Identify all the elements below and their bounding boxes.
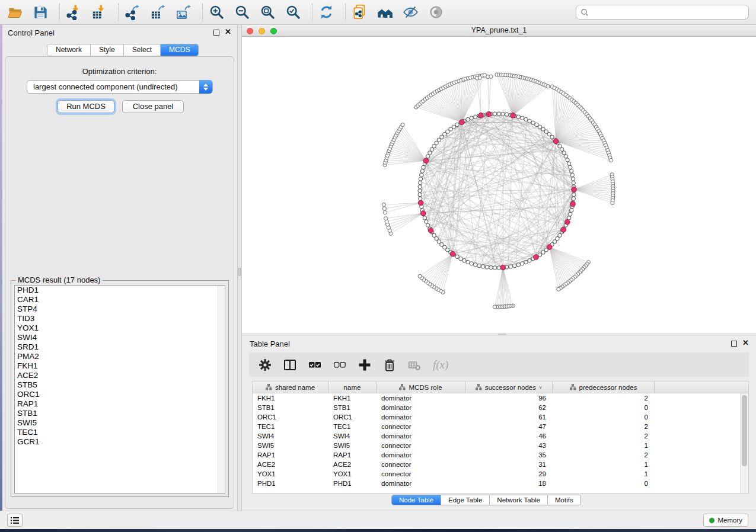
tab-style[interactable]: Style bbox=[91, 44, 124, 56]
save-session-icon[interactable] bbox=[33, 4, 49, 20]
network-canvas[interactable] bbox=[242, 37, 756, 333]
mcds-result-item[interactable]: ORC1 bbox=[15, 390, 225, 399]
select-all-icon[interactable] bbox=[308, 358, 321, 371]
mcds-result-item[interactable]: SRD1 bbox=[15, 342, 225, 352]
column-header-name[interactable]: name bbox=[328, 382, 377, 393]
table-cell: 0 bbox=[553, 412, 655, 422]
run-mcds-button[interactable]: Run MCDS bbox=[58, 100, 114, 113]
table-cell: dominator bbox=[377, 412, 465, 422]
close-panel-icon[interactable]: ✕ bbox=[225, 27, 231, 36]
mcds-result-item[interactable]: RAP1 bbox=[15, 399, 225, 409]
mcds-result-item[interactable]: SWI4 bbox=[15, 333, 225, 342]
tab-motifs[interactable]: Motifs bbox=[548, 495, 580, 505]
close-panel-button[interactable]: Close panel bbox=[122, 100, 184, 113]
column-header-shared-name[interactable]: shared name bbox=[253, 382, 328, 393]
mcds-result-item[interactable]: PMA2 bbox=[15, 352, 225, 361]
zoom-fit-icon[interactable] bbox=[260, 4, 276, 20]
search-input[interactable] bbox=[589, 7, 748, 18]
table-row[interactable]: ACE2ACE2connector311 bbox=[253, 460, 748, 469]
mcds-result-item[interactable]: STB5 bbox=[15, 380, 225, 390]
float-panel-icon[interactable] bbox=[213, 30, 219, 36]
deselect-all-icon[interactable] bbox=[333, 358, 346, 371]
memory-status-icon bbox=[709, 518, 714, 523]
table-cell: 29 bbox=[465, 469, 553, 479]
table-row[interactable]: YOX1YOX1connector291 bbox=[253, 469, 748, 479]
vertical-splitter[interactable] bbox=[237, 25, 242, 511]
mcds-result-item[interactable]: STP4 bbox=[15, 305, 225, 314]
automation-panel-button[interactable] bbox=[7, 514, 23, 527]
memory-button[interactable]: Memory bbox=[703, 514, 748, 527]
table-settings-icon[interactable] bbox=[259, 358, 272, 371]
show-columns-icon[interactable] bbox=[283, 358, 296, 371]
export-image-icon[interactable] bbox=[176, 4, 192, 20]
zoom-selected-icon[interactable] bbox=[285, 4, 301, 20]
tab-network-table[interactable]: Network Table bbox=[490, 495, 548, 505]
import-table-icon[interactable] bbox=[91, 4, 107, 20]
table-row[interactable]: TEC1TEC1connector472 bbox=[253, 422, 748, 431]
float-panel-icon[interactable] bbox=[731, 341, 737, 347]
tab-node-table[interactable]: Node Table bbox=[392, 495, 441, 505]
table-row[interactable]: SWI4SWI4dominator462 bbox=[253, 431, 748, 441]
mcds-result-item[interactable]: ACE2 bbox=[15, 371, 225, 380]
import-network-icon[interactable] bbox=[66, 4, 82, 20]
mcds-result-list[interactable]: PHD1CAR1STP4TID3YOX1SWI4SRD1PMA2FKH1ACE2… bbox=[14, 285, 225, 493]
mcds-result-item[interactable]: TID3 bbox=[15, 314, 225, 323]
table-scrollbar[interactable] bbox=[740, 393, 748, 493]
window-minimize-icon[interactable] bbox=[259, 28, 265, 34]
export-network-icon[interactable] bbox=[125, 4, 141, 20]
home-icon[interactable] bbox=[377, 4, 393, 20]
table-row[interactable]: SWI5SWI5connector431 bbox=[253, 441, 748, 450]
result-list-scrollbar[interactable] bbox=[218, 286, 225, 493]
column-header-MCDS-role[interactable]: MCDS role bbox=[377, 382, 465, 393]
delete-table-icon[interactable] bbox=[408, 358, 421, 371]
mcds-result-item[interactable]: SWI5 bbox=[15, 418, 225, 428]
add-row-icon[interactable] bbox=[358, 358, 371, 371]
tab-mcds[interactable]: MCDS bbox=[161, 44, 198, 56]
table-row[interactable]: ORC1ORC1dominator610 bbox=[253, 412, 748, 422]
delete-row-icon[interactable] bbox=[383, 358, 396, 371]
network-window-titlebar[interactable]: YPA_prune.txt_1 bbox=[242, 25, 756, 37]
table-row[interactable]: PHD1PHD1dominator180 bbox=[253, 479, 748, 488]
table-cell: 47 bbox=[465, 422, 553, 431]
optimization-criterion-select[interactable]: largest connected component (undirected) bbox=[27, 80, 213, 94]
clone-network-icon[interactable] bbox=[352, 4, 368, 20]
splitter-grip[interactable] bbox=[238, 268, 241, 276]
network-window-title: YPA_prune.txt_1 bbox=[242, 25, 756, 36]
hide-graphics-details-icon[interactable] bbox=[403, 4, 419, 20]
table-cell: SWI4 bbox=[253, 431, 328, 441]
column-header-predecessor-nodes[interactable]: predecessor nodes bbox=[553, 382, 655, 393]
window-maximize-icon[interactable] bbox=[270, 28, 277, 34]
column-header-successor-nodes[interactable]: successor nodes˅ bbox=[465, 382, 553, 393]
tab-network[interactable]: Network bbox=[47, 44, 91, 56]
table-body: FKH1FKH1dominator962STB1STB1dominator620… bbox=[253, 393, 748, 488]
table-cell: dominator bbox=[377, 479, 465, 488]
network-graph[interactable] bbox=[242, 37, 756, 333]
zoom-out-icon[interactable] bbox=[234, 4, 250, 20]
mcds-result-item[interactable]: TEC1 bbox=[15, 428, 225, 437]
select-stepper-icon bbox=[199, 80, 212, 94]
mcds-result-item[interactable]: PHD1 bbox=[15, 286, 225, 295]
open-session-icon[interactable] bbox=[7, 4, 23, 20]
show-graphics-details-icon[interactable] bbox=[428, 4, 444, 20]
table-cell: dominator bbox=[377, 431, 465, 441]
search-field[interactable] bbox=[576, 5, 749, 20]
table-row[interactable]: RAP1RAP1dominator352 bbox=[253, 450, 748, 460]
scrollbar-thumb[interactable] bbox=[742, 395, 747, 466]
mcds-result-item[interactable]: FKH1 bbox=[15, 361, 225, 371]
table-row[interactable]: FKH1FKH1dominator962 bbox=[253, 393, 748, 403]
mcds-result-item[interactable]: STB1 bbox=[15, 409, 225, 418]
close-panel-icon[interactable]: ✕ bbox=[742, 338, 749, 347]
refresh-layout-icon[interactable] bbox=[318, 4, 334, 20]
table-panel: Table Panel ✕ bbox=[242, 336, 756, 511]
tab-select[interactable]: Select bbox=[124, 44, 161, 56]
mcds-result-item[interactable]: YOX1 bbox=[15, 323, 225, 333]
table-panel-title: Table Panel bbox=[250, 339, 290, 348]
table-row[interactable]: STB1STB1dominator620 bbox=[253, 403, 748, 412]
splitter-grip[interactable] bbox=[498, 334, 506, 335]
tab-edge-table[interactable]: Edge Table bbox=[441, 495, 490, 505]
export-table-icon[interactable] bbox=[150, 4, 166, 20]
mcds-result-item[interactable]: CAR1 bbox=[15, 295, 225, 305]
window-close-icon[interactable] bbox=[247, 28, 253, 34]
zoom-in-icon[interactable] bbox=[209, 4, 225, 20]
mcds-result-item[interactable]: GCR1 bbox=[15, 437, 225, 447]
